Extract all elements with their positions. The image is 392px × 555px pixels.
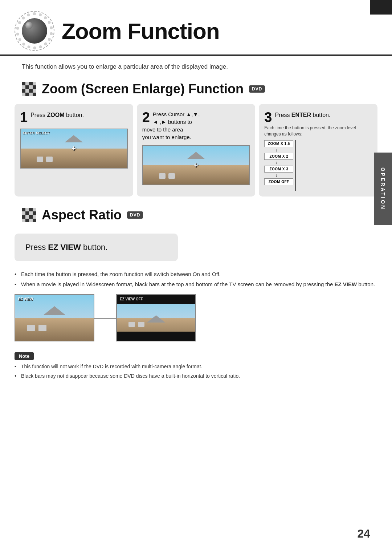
ezview-label1: EZ VIEW: [18, 297, 33, 301]
step1-screen-label: ENTER SELECT: [23, 131, 50, 135]
step1-after: button.: [66, 112, 84, 118]
bullet-section: Each time the button is pressed, the zoo…: [15, 270, 377, 289]
step3-bold: ENTER: [291, 112, 311, 118]
ezview-bold: EZ VIEW: [48, 243, 81, 252]
step2-box: 2 Press Cursor ▲,▼, ◄ ,► buttons to move…: [137, 104, 256, 197]
bullet-text-1: Each time the button is pressed, the zoo…: [21, 271, 221, 277]
step3-box: 3 Press ENTER button. Each time the butt…: [259, 104, 377, 197]
aspect-section: Press EZ VIEW button.: [15, 230, 377, 267]
note-label: Note: [15, 352, 34, 360]
connector-line: [94, 318, 116, 319]
step3-content: Each time the button is pressed, the zoo…: [264, 125, 372, 191]
logo-inner: [22, 18, 47, 44]
zoom-arrow-1: ↓: [275, 147, 277, 153]
ezview-after: button.: [83, 243, 107, 252]
ezview-label2: EZ VIEW OFF: [120, 297, 143, 301]
zoom-level-1: ZOOM X 1.5: [264, 140, 293, 147]
logo: [15, 11, 54, 51]
logo-circle: [15, 11, 54, 51]
note-item-1: This function will not work if the DVD i…: [15, 363, 240, 370]
step1-screen: ENTER SELECT +: [20, 129, 128, 169]
step2-number: 2: [142, 110, 150, 124]
checker-icon-2: [22, 208, 36, 222]
section1-header: Zoom (Screen Enlarge) Function DVD: [0, 78, 392, 100]
ezview-screen1-wrap: EZ VIEW: [15, 294, 94, 341]
section1-title: Zoom (Screen Enlarge) Function: [42, 81, 244, 97]
ezview-screens: EZ VIEW EZ VIEW OFF: [15, 294, 377, 341]
page-number: 24: [357, 527, 370, 540]
section2-title: Aspect Ratio: [42, 207, 122, 223]
steps-container: 1 Press ZOOM button. ENTER SELECT + 2: [15, 104, 377, 197]
step3-number: 3: [264, 110, 272, 124]
step1-number: 1: [20, 110, 28, 124]
step2-line4: you want to enlarge.: [142, 134, 191, 140]
step2-line1: Press Cursor ▲,▼,: [153, 111, 200, 117]
step3-after: button.: [313, 112, 331, 118]
bullet-item-1: Each time the button is pressed, the zoo…: [15, 270, 377, 279]
bullet-item-2: When a movie is played in Widescreen for…: [15, 280, 377, 289]
step2-text: Press Cursor ▲,▼, ◄ ,► buttons to move t…: [142, 110, 250, 141]
step1-bold: ZOOM: [47, 112, 64, 118]
page: Zoom Function This function allows you t…: [0, 0, 392, 555]
step3-text: Press ENTER button.: [264, 110, 372, 119]
ezview-screen2: EZ VIEW OFF: [116, 294, 196, 341]
section1-dvd-badge: DVD: [249, 85, 265, 93]
aspect-box: Press EZ VIEW button.: [15, 234, 178, 261]
page-description: This function allows you to enlarge a pa…: [0, 63, 392, 78]
step1-text: Press ZOOM button.: [20, 110, 128, 119]
ezview-screen1: EZ VIEW: [15, 294, 94, 341]
operation-sidebar: OPERATION: [374, 153, 392, 225]
aspect-box-text: Press EZ VIEW button.: [25, 243, 107, 252]
step1-box: 1 Press ZOOM button. ENTER SELECT +: [15, 104, 133, 197]
zoom-level-4: ZOOM OFF: [264, 178, 293, 185]
note-item-2: Black bars may not disappear because som…: [15, 372, 240, 380]
operation-label: OPERATION: [380, 167, 386, 210]
zoom-items: ZOOM X 1.5 ↓ ZOOM X 2 ↓ ZOOM X 3 ↓ ZOOM …: [264, 140, 293, 191]
checker-icon: [22, 82, 36, 96]
note-box: Note This function will not work if the …: [15, 352, 240, 382]
step2-line2: ◄ ,► buttons to: [153, 119, 192, 125]
zoom-arrow-2: ↓: [275, 160, 277, 165]
section2-dvd-badge: DVD: [127, 211, 143, 219]
step2-screen: +: [142, 145, 250, 185]
ezview-screen2-wrap: EZ VIEW OFF: [116, 294, 196, 341]
page-title: Zoom Function: [62, 18, 220, 44]
step3-note: Each time the button is pressed, the zoo…: [264, 125, 372, 137]
zoom-level-2: ZOOM X 2: [264, 153, 293, 160]
zoom-level-3: ZOOM X 3: [264, 166, 293, 173]
zoom-arrow-3: ↓: [275, 173, 277, 178]
step2-line3: move to the area: [142, 126, 183, 133]
header: Zoom Function: [0, 0, 392, 56]
section2-header: Aspect Ratio DVD: [0, 204, 392, 226]
zoom-bracket: ZOOM X 1.5 ↓ ZOOM X 2 ↓ ZOOM X 3 ↓ ZOOM …: [264, 140, 372, 191]
note-items: This function will not work if the DVD i…: [15, 363, 240, 380]
